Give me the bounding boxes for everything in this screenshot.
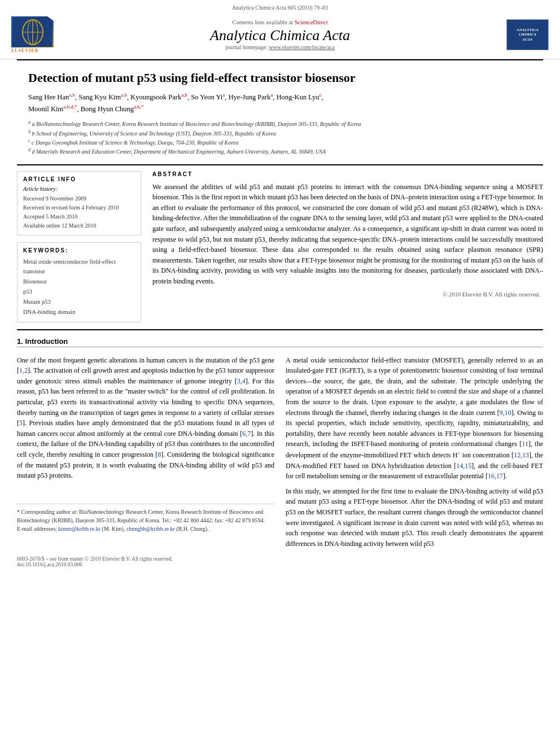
doi-text: doi:10.1016/j.aca.2010.03.006 — [17, 562, 543, 567]
article-info-box: ARTICLE INFO Article history: Received 9… — [17, 171, 141, 235]
body-two-col: One of the most frequent genetic alterat… — [0, 351, 560, 554]
elsevier-text: ELSEVIER — [11, 48, 38, 53]
abstract-section: ABSTRACT We assessed the abilities of wi… — [152, 171, 543, 322]
available-date: Available online 12 March 2010 — [23, 221, 135, 230]
received-date: Received 9 November 2009 — [23, 194, 135, 203]
received-revised-date: Received in revised form 4 February 2010 — [23, 203, 135, 212]
keyword-4: Mutant p53 — [23, 297, 135, 307]
article-history-label: Article history: — [23, 186, 135, 192]
header-center: Contents lists available at ScienceDirec… — [68, 19, 492, 50]
header: Analytica Chimica Acta 665 (2010) 79–83 — [0, 0, 560, 59]
footnote-corresponding: * Corresponding author at: BioNanotechno… — [17, 508, 274, 525]
body-right: A metal oxide semiconductor field-effect… — [286, 355, 543, 554]
intro-paragraph-1: One of the most frequent genetic alterat… — [17, 355, 274, 481]
footnote-email: E-mail addresses: kimm@kribb.re.kr (M. K… — [17, 525, 274, 533]
keywords-title: Keywords: — [23, 247, 135, 254]
journal-homepage: journal homepage: www.elsevier.com/locat… — [68, 44, 492, 50]
article-title-section: Detection of mutant p53 using field-effe… — [0, 60, 560, 164]
authors: Sang Hee Hana,b, Sang Kyu Kima,b, Kyoung… — [28, 91, 532, 115]
elsevier-logo-image — [11, 16, 54, 47]
header-inner: ELSEVIER Contents lists available at Sci… — [11, 13, 549, 56]
email-link-1[interactable]: kimm@kribb.re.kr — [58, 526, 100, 532]
analytica-logo-small: ANALYTICACHIMICAACTA — [506, 19, 549, 50]
article-info-title: ARTICLE INFO — [23, 176, 135, 182]
introduction-heading: 1. Introduction — [17, 337, 543, 347]
elsevier-logo: ELSEVIER — [11, 16, 54, 53]
keywords-box: Keywords: Metal oxide semiconductor fiel… — [17, 242, 141, 322]
journal-title: Analytica Chimica Acta — [68, 27, 492, 44]
left-column: ARTICLE INFO Article history: Received 9… — [17, 171, 141, 322]
elsevier-logo-container: ELSEVIER — [11, 16, 68, 53]
copyright: © 2010 Elsevier B.V. All rights reserved… — [152, 291, 543, 298]
bottom-bar: 0003-2670/$ – see front matter © 2010 El… — [0, 553, 560, 570]
abstract-title: ABSTRACT — [152, 171, 543, 177]
accepted-date: Accepted 5 March 2010 — [23, 212, 135, 221]
page: Analytica Chimica Acta 665 (2010) 79–83 — [0, 0, 560, 570]
content-available: Contents lists available at ScienceDirec… — [68, 19, 492, 25]
analytica-logo-container: ANALYTICACHIMICAACTA — [492, 19, 549, 50]
article-title: Detection of mutant p53 using field-effe… — [28, 71, 532, 85]
journal-ref: Analytica Chimica Acta 665 (2010) 79–83 — [11, 5, 549, 11]
keyword-2: Biosensor — [23, 277, 135, 287]
journal-homepage-link[interactable]: www.elsevier.com/locate/aca — [269, 44, 335, 50]
issn-text: 0003-2670/$ – see front matter © 2010 El… — [17, 556, 543, 562]
email-link-2[interactable]: chungbh@kribb.re.kr — [126, 526, 175, 532]
keyword-5: DNA-binding domain — [23, 307, 135, 317]
sciencedirect-link[interactable]: ScienceDirect — [295, 19, 328, 25]
affiliations: a a BioNanotechnology Research Center, K… — [28, 119, 532, 156]
article-info-abstract: ARTICLE INFO Article history: Received 9… — [0, 165, 560, 322]
intro-paragraph-3: In this study, we attempted for the firs… — [286, 486, 543, 549]
body-left: One of the most frequent genetic alterat… — [17, 355, 274, 554]
keyword-1: Metal oxide semiconductor field-effecttr… — [23, 257, 135, 277]
introduction-heading-section: 1. Introduction — [0, 330, 560, 347]
intro-paragraph-2: A metal oxide semiconductor field-effect… — [286, 355, 543, 482]
abstract-text: We assessed the abilities of wild p53 an… — [152, 182, 543, 287]
keyword-3: p53 — [23, 287, 135, 297]
